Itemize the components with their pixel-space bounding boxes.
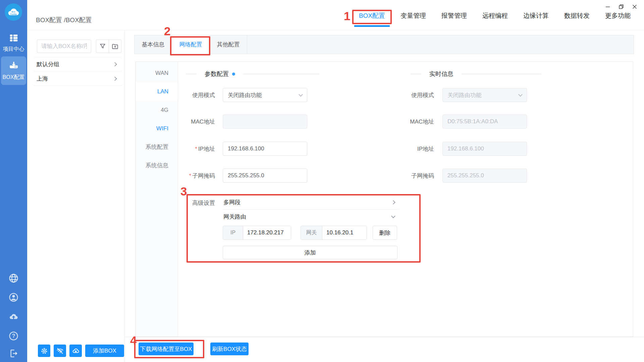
route-gateway-input[interactable]: [322, 226, 367, 239]
multi-segment-row[interactable]: 多网段: [223, 195, 399, 210]
help-icon: ?: [8, 330, 19, 342]
sidebar-item-project-center[interactable]: 项目中心: [0, 33, 27, 53]
app-header: BOX配置 /BOX配置 BOX配置 1 变量管理 报警管理 远程编程 边缘计算…: [27, 0, 644, 30]
nav-item-data-forwarding[interactable]: 数据转发: [564, 12, 590, 19]
top-nav: BOX配置 1 变量管理 报警管理 远程编程 边缘计算 数据转发 更多功能: [359, 12, 631, 19]
cloud-upload-icon: [8, 311, 19, 322]
download-tray-icon: [8, 60, 19, 71]
network-config-content: WAN LAN 4G WIFI 系统配置 系统信息 参数配置 实时信息 使用模式…: [135, 61, 633, 337]
route-ip-group: IP: [223, 226, 291, 240]
annotation-number-3: 3: [180, 185, 187, 197]
mode-select[interactable]: 关闭路由功能: [223, 88, 307, 102]
box-group-list: 默认分组 上海: [34, 57, 122, 86]
add-route-button[interactable]: 添加: [223, 246, 397, 259]
network-subnav: WAN LAN 4G WIFI 系统配置 系统信息: [136, 62, 178, 336]
sidebar-item-box-config[interactable]: BOX配置: [1, 56, 26, 85]
subnav-item-4g[interactable]: 4G: [136, 101, 178, 119]
close-button[interactable]: [630, 2, 639, 11]
advanced-settings-label: 高级设置: [186, 196, 215, 210]
user-account-button[interactable]: [0, 292, 27, 303]
cloud-sync-button[interactable]: [0, 311, 27, 322]
subnet-mask-input[interactable]: [223, 169, 307, 183]
realtime-row-mac: MAC地址: [394, 115, 527, 129]
box-search-input[interactable]: [37, 40, 91, 53]
cloud-logo-icon: Box Config: [6, 5, 21, 19]
restore-icon: [618, 3, 625, 10]
window-controls: [603, 2, 639, 11]
mac-address-input[interactable]: [223, 115, 307, 129]
settings-button[interactable]: [38, 345, 50, 357]
status-dot-icon: [232, 73, 235, 76]
param-row-mask: *子网掩码: [186, 169, 307, 183]
gateway-addon-label: 网关: [301, 226, 322, 239]
download-network-config-button[interactable]: 下载网络配置至BOX: [139, 343, 194, 355]
section-title: 参数配置: [205, 70, 229, 78]
refresh-box-status-button[interactable]: 刷新BOX状态: [210, 343, 249, 355]
sidebar-item-label: BOX配置: [3, 74, 25, 81]
nav-item-alarm-mgmt[interactable]: 报警管理: [441, 12, 467, 19]
route-ip-input[interactable]: [243, 226, 291, 239]
minimize-button[interactable]: [603, 2, 612, 11]
nav-item-remote-programming[interactable]: 远程编程: [482, 12, 508, 19]
nav-item-variable-mgmt[interactable]: 变量管理: [400, 12, 426, 19]
subnav-item-system-info[interactable]: 系统信息: [136, 156, 178, 175]
add-box-button[interactable]: 添加BOX: [85, 345, 124, 357]
required-mark: *: [189, 173, 191, 179]
offline-mode-button[interactable]: [54, 345, 66, 357]
subnav-item-wifi[interactable]: WIFI: [136, 119, 178, 138]
svg-text:?: ?: [12, 333, 15, 339]
grid-list-icon: [9, 33, 19, 43]
cloud-import-button[interactable]: [69, 345, 82, 357]
ip-address-input[interactable]: [223, 142, 307, 156]
chevron-down-icon: [391, 214, 395, 218]
globe-icon: [8, 273, 19, 284]
filter-funnel-icon: [99, 43, 106, 50]
gateway-route-row[interactable]: 网关路由: [223, 210, 399, 224]
user-icon: [8, 292, 19, 303]
nav-item-edge-computing[interactable]: 边缘计算: [523, 12, 549, 19]
chevron-down-icon: [518, 92, 523, 97]
realtime-mask-value: [442, 169, 527, 183]
chevron-right-icon: [113, 62, 117, 66]
add-group-button[interactable]: [109, 40, 121, 53]
help-button[interactable]: ?: [0, 330, 27, 342]
folder-plus-icon: [111, 43, 119, 50]
logout-button[interactable]: [0, 348, 27, 359]
nav-item-more-functions[interactable]: 更多功能: [605, 12, 631, 19]
app-sidebar: Box Config 项目中心 BOX配置: [0, 0, 27, 362]
tab-other-config[interactable]: 其他配置: [210, 35, 247, 54]
required-mark: *: [195, 146, 197, 152]
nav-item-box-config[interactable]: BOX配置 1: [359, 12, 385, 19]
param-row-mac: MAC地址: [186, 115, 307, 129]
param-row-mode: 使用模式 关闭路由功能: [186, 88, 307, 102]
svg-text:Config: Config: [10, 13, 17, 15]
close-icon: [631, 3, 638, 10]
realtime-row-ip: IP地址: [394, 142, 527, 156]
subnav-item-lan[interactable]: LAN: [136, 82, 178, 101]
restore-button[interactable]: [616, 2, 626, 11]
route-gateway-group: 网关: [301, 226, 367, 240]
tab-basic-info[interactable]: 基本信息: [135, 35, 172, 54]
footer-divider: [125, 337, 644, 337]
subnav-item-system-config[interactable]: 系统配置: [136, 138, 178, 156]
filter-button[interactable]: [96, 40, 109, 53]
realtime-section-header: 实时信息: [411, 70, 541, 78]
ip-addon-label: IP: [223, 226, 243, 239]
language-globe-button[interactable]: [0, 273, 27, 284]
config-tab-strip: 基本信息 网络配置 2 其他配置: [134, 35, 634, 54]
box-list-panel: 默认分组 上海 添加B: [27, 30, 125, 362]
box-panel-toolbar: 添加BOX: [38, 345, 124, 357]
realtime-mode-select: 关闭路由功能: [442, 88, 527, 102]
realtime-row-mask: 子网掩码: [394, 169, 527, 183]
subnav-item-wan[interactable]: WAN: [136, 64, 178, 82]
svg-text:Box: Box: [11, 11, 15, 13]
group-row-shanghai[interactable]: 上海: [34, 72, 122, 86]
box-search-row: [37, 40, 121, 53]
realtime-mac-value: [442, 115, 527, 129]
download-button-wrap: 下载网络配置至BOX 4: [139, 343, 194, 355]
delete-route-button[interactable]: 删除: [373, 226, 397, 240]
tab-network-config[interactable]: 网络配置 2: [172, 35, 210, 54]
group-row-default[interactable]: 默认分组: [34, 57, 122, 72]
gear-icon: [40, 347, 48, 355]
advanced-settings-block: 多网段 网关路由 IP 网关 删除 添加: [223, 195, 399, 259]
